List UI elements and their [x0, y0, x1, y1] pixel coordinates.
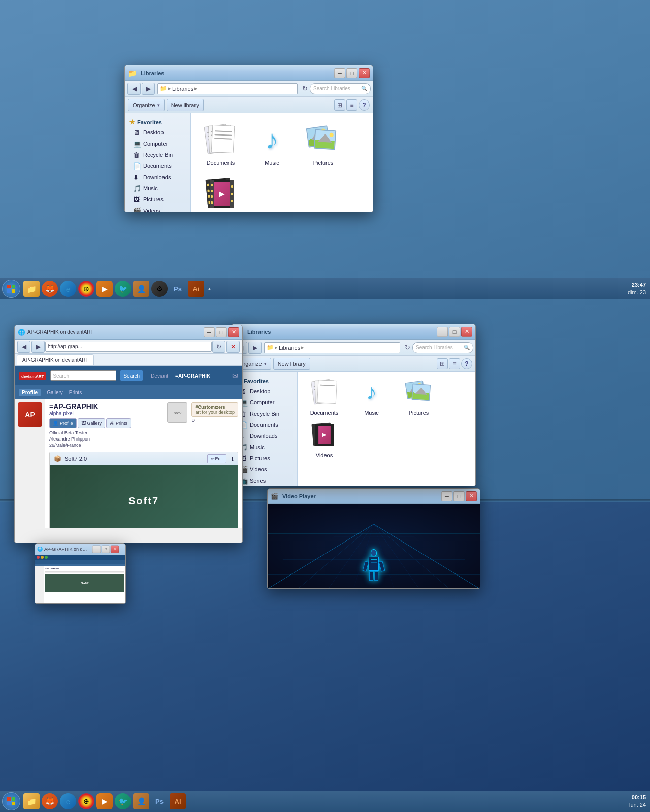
sidebar-music-top[interactable]: Music: [125, 183, 190, 194]
close-btn-top[interactable]: ✕: [359, 68, 370, 78]
soft7-edit-btn[interactable]: ✏ Edit: [207, 454, 226, 463]
browser-content: deviantART Search Search Deviant =AP-GRA…: [15, 366, 242, 528]
browser-close[interactable]: ✕: [228, 327, 239, 337]
close-btn-bottom[interactable]: ✕: [461, 327, 472, 337]
address-bar-bottom[interactable]: 📁 ▸ Libraries ▸: [264, 342, 400, 353]
sidebar-pictures-top[interactable]: Pictures: [125, 194, 190, 205]
search-box-top[interactable]: Search Libraries 🔍: [310, 83, 371, 94]
taskbar-ai-top[interactable]: Ai: [188, 281, 204, 297]
library-videos-bottom[interactable]: ▶ Videos: [303, 420, 346, 458]
video-player-window[interactable]: 🎬 Video Player ─ □ ✕: [267, 488, 480, 589]
taskbar-user-bottom[interactable]: 👤: [133, 793, 149, 809]
library-music-bottom[interactable]: ♪ Music: [350, 377, 393, 416]
sidebar-computer-top[interactable]: Computer: [125, 138, 190, 149]
thumb-minimize[interactable]: ─: [92, 546, 101, 553]
browser-tab-active[interactable]: AP-GRAPHIK on deviantART: [17, 354, 94, 365]
new-library-btn-top[interactable]: New library: [167, 99, 204, 111]
help-btn-top[interactable]: ?: [359, 99, 370, 111]
svg-line-9: [268, 524, 374, 588]
view-btn-2-top[interactable]: ≡: [346, 99, 358, 111]
organize-btn-top[interactable]: Organize ▾: [128, 99, 165, 111]
browser-back[interactable]: ◀: [17, 341, 30, 353]
taskbar-firefox-bottom[interactable]: 🦊: [42, 793, 58, 809]
thumbnail-preview-window[interactable]: 🌐 AP-GRAPHIK on deviantART - ... ─ □ ✕ =…: [35, 543, 126, 604]
window-controls-top: ─ □ ✕: [334, 68, 370, 78]
start-button-top[interactable]: [2, 280, 20, 298]
browser-stop[interactable]: ✕: [226, 341, 240, 353]
clock-date-bottom: lun. 24: [629, 801, 646, 809]
back-btn-top[interactable]: ◀: [127, 83, 141, 95]
taskbar-app1-bottom[interactable]: 🐦: [115, 793, 131, 809]
url-bar[interactable]: http://ap-grap...: [45, 342, 212, 352]
maximize-btn-bottom[interactable]: □: [449, 327, 460, 337]
maximize-btn-top[interactable]: □: [346, 68, 358, 78]
favorites-section-top: ★ Favorites: [125, 116, 190, 127]
da-tab-prints[interactable]: 🖨 Prints: [106, 418, 131, 428]
forward-btn-top[interactable]: ▶: [142, 83, 155, 95]
taskbar-chrome-top[interactable]: ⊕: [78, 281, 94, 297]
minimize-btn-bottom[interactable]: ─: [437, 327, 448, 337]
taskbar-ps-bottom[interactable]: Ps: [151, 793, 168, 809]
taskbar-media-bottom[interactable]: ▶: [96, 793, 113, 809]
taskbar-ie-top[interactable]: e: [60, 281, 76, 297]
sidebar-desktop-top[interactable]: Desktop: [125, 127, 190, 138]
search-box-bottom[interactable]: Search Libraries 🔍: [412, 342, 473, 353]
thumb-close[interactable]: ✕: [111, 546, 119, 553]
da-nav-profile[interactable]: Profile: [19, 389, 41, 396]
new-library-btn-bottom[interactable]: New library: [273, 358, 310, 370]
taskbar-media-top[interactable]: ▶: [96, 281, 113, 297]
library-videos-top[interactable]: 🎥: [199, 174, 242, 212]
library-music-top[interactable]: ♪ Music: [250, 121, 294, 166]
taskbar-app2-top[interactable]: ⚙: [151, 281, 168, 297]
taskbar-user-top[interactable]: 👤: [133, 281, 149, 297]
library-pictures-bottom[interactable]: Pictures: [397, 377, 440, 416]
view-btn-1-top[interactable]: ⊞: [334, 99, 345, 111]
da-search-input[interactable]: Search: [50, 370, 116, 381]
video-maximize[interactable]: □: [453, 491, 465, 501]
refresh-btn-bottom[interactable]: ↻: [402, 343, 412, 353]
video-close[interactable]: ✕: [466, 491, 477, 501]
taskbar-app1-top[interactable]: 🐦: [115, 281, 131, 297]
sidebar-videos-top[interactable]: Videos: [125, 205, 190, 212]
sidebar-documents-top[interactable]: Documents: [125, 160, 190, 172]
help-btn-bottom[interactable]: ?: [461, 358, 472, 369]
da-nav-gallery[interactable]: Gallery: [47, 390, 63, 395]
browser-forward[interactable]: ▶: [31, 341, 45, 353]
browser-refresh[interactable]: ↻: [212, 341, 225, 353]
da-tab-gallery[interactable]: 🖼 Gallery: [78, 418, 106, 428]
explorer-window-bottom[interactable]: 📁 Libraries ─ □ ✕ ◀ ▶ 📁 ▸ Libraries ▸ ↻ …: [231, 324, 476, 486]
da-search-button[interactable]: Search: [120, 370, 143, 381]
start-button-bottom[interactable]: [2, 792, 20, 810]
thumb-maximize[interactable]: □: [102, 546, 110, 553]
sidebar-downloads-top[interactable]: Downloads: [125, 172, 190, 183]
taskbar-ai-bottom[interactable]: Ai: [170, 793, 186, 809]
da-tab-profile[interactable]: 👤 Profile: [49, 418, 77, 428]
taskbar-ps-top[interactable]: Ps: [170, 281, 186, 297]
library-documents-bottom[interactable]: Documents: [303, 377, 346, 416]
forward-btn-bottom[interactable]: ▶: [248, 342, 262, 354]
video-minimize[interactable]: ─: [441, 491, 452, 501]
music-icon-bottom: ♪: [356, 377, 387, 408]
refresh-btn-top[interactable]: ↻: [300, 84, 310, 94]
svg-line-13: [328, 524, 374, 588]
da-nav-prints[interactable]: Prints: [69, 390, 82, 395]
taskbar-ie-bottom[interactable]: e: [60, 793, 76, 809]
browser-window[interactable]: 🌐 AP-GRAPHIK on deviantART ─ □ ✕ ◀ ▶ htt…: [14, 325, 243, 543]
browser-maximize[interactable]: □: [216, 327, 227, 337]
taskbar-folder-bottom[interactable]: 📁: [23, 793, 40, 809]
taskbar-firefox-top[interactable]: 🦊: [42, 281, 58, 297]
library-documents-top[interactable]: Documents: [199, 121, 242, 166]
sidebar-recycle-top[interactable]: Recycle Bin: [125, 149, 190, 160]
address-bar-top[interactable]: 📁 ▸ Libraries ▸: [157, 83, 298, 94]
minimize-btn-top[interactable]: ─: [334, 68, 345, 78]
explorer-window-top[interactable]: 📁 Libraries ─ □ ✕ ◀ ▶ 📁 ▸ Libraries ▸ ↻ …: [124, 65, 373, 212]
library-pictures-top[interactable]: Pictures: [302, 121, 345, 166]
taskbar-folder-top[interactable]: 📁: [23, 281, 40, 297]
svg-line-12: [374, 524, 449, 588]
taskbar-chrome-bottom[interactable]: ⊕: [78, 793, 94, 809]
browser-minimize[interactable]: ─: [204, 327, 215, 337]
window-controls-bottom: ─ □ ✕: [437, 327, 472, 337]
view-btn-2-bottom[interactable]: ≡: [449, 358, 460, 369]
nav-bar-bottom: ◀ ▶ 📁 ▸ Libraries ▸ ↻ Search Libraries 🔍: [232, 340, 475, 356]
view-btn-1-bottom[interactable]: ⊞: [437, 358, 448, 369]
